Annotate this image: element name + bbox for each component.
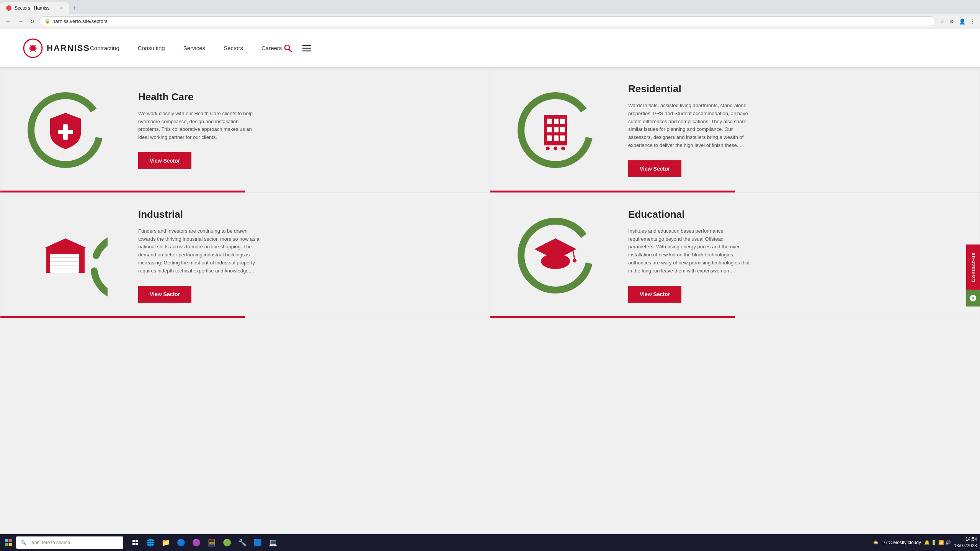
hamburger-menu-button[interactable]: [300, 42, 313, 54]
browser-menu-icon[interactable]: ⋮: [969, 17, 977, 26]
hamburger-icon: [302, 45, 311, 52]
site-header: HARNISS Contracting Consulting Services …: [0, 29, 980, 67]
svg-rect-20: [560, 135, 565, 141]
profile-icon[interactable]: 👤: [957, 17, 967, 26]
health-care-title: Health Care: [138, 91, 474, 103]
educational-view-button[interactable]: View Sector: [628, 286, 681, 303]
header-actions: [282, 42, 313, 54]
nav-bar: ← → ↻ 🔒 harniss.verto.site/sectors ☆ ⚙ 👤…: [0, 14, 980, 29]
health-care-view-button[interactable]: View Sector: [138, 152, 191, 169]
nav-sectors[interactable]: Sectors: [224, 45, 243, 51]
nav-contracting[interactable]: Contracting: [90, 45, 119, 51]
svg-rect-15: [547, 127, 552, 132]
residential-view-button[interactable]: View Sector: [628, 160, 681, 177]
svg-rect-16: [554, 127, 559, 132]
svg-rect-13: [554, 119, 559, 124]
educational-title: Educational: [628, 209, 964, 220]
lock-icon: 🔒: [45, 19, 50, 24]
svg-rect-17: [560, 127, 565, 132]
back-button[interactable]: ←: [3, 17, 13, 26]
svg-point-33: [541, 254, 570, 269]
svg-rect-19: [554, 135, 559, 141]
industrial-icon-area: [0, 193, 131, 318]
forward-button[interactable]: →: [15, 17, 25, 26]
educational-icon: [513, 214, 598, 298]
browser-chrome: Sectors | Harniss × + ← → ↻ 🔒 harniss.ve…: [0, 0, 980, 29]
educational-icon-area: [490, 193, 621, 318]
educational-description: Institues and education bases performanc…: [628, 227, 751, 275]
nav-consulting[interactable]: Consulting: [138, 45, 165, 51]
industrial-icon: [23, 214, 108, 298]
tab-bar: Sectors | Harniss × +: [0, 0, 980, 14]
industrial-description: Funders and investors are continuing to …: [138, 227, 261, 275]
refresh-button[interactable]: ↻: [28, 17, 37, 26]
svg-rect-9: [58, 130, 73, 134]
svg-point-35: [573, 259, 577, 262]
contact-sidebar: Contact-us: [966, 245, 980, 306]
svg-rect-12: [547, 119, 552, 124]
educational-content: Educational Institues and education base…: [621, 193, 980, 318]
website: HARNISS Contracting Consulting Services …: [0, 29, 980, 318]
industrial-content: Industrial Funders and investors are con…: [131, 193, 490, 318]
browser-actions: ☆ ⚙ 👤 ⋮: [938, 17, 977, 26]
search-icon: [284, 44, 292, 52]
nav-services[interactable]: Services: [183, 45, 206, 51]
industrial-view-button[interactable]: View Sector: [138, 286, 191, 303]
health-care-icon: [23, 88, 108, 172]
svg-rect-18: [547, 135, 552, 141]
nav-careers[interactable]: Careers: [261, 45, 282, 51]
logo-icon: [23, 38, 43, 58]
search-button[interactable]: [282, 42, 294, 54]
contact-social-icon[interactable]: [966, 290, 980, 306]
svg-rect-26: [50, 254, 79, 273]
logo-text: HARNISS: [47, 43, 90, 53]
svg-line-3: [289, 49, 291, 52]
svg-rect-14: [560, 119, 565, 124]
industrial-title: Industrial: [138, 209, 474, 220]
tab-favicon: [6, 5, 11, 11]
sector-card-industrial: Industrial Funders and investors are con…: [0, 193, 490, 318]
extensions-icon[interactable]: ⚙: [948, 17, 956, 26]
svg-marker-24: [44, 238, 87, 248]
residential-content: Residential Wardern flats, assisted livi…: [621, 68, 980, 192]
contact-us-tab[interactable]: Contact-us: [966, 245, 980, 290]
svg-point-22: [554, 147, 557, 150]
tab-close-button[interactable]: ×: [60, 5, 63, 11]
address-bar[interactable]: 🔒 harniss.verto.site/sectors: [39, 16, 936, 26]
health-care-icon-area: [0, 68, 131, 192]
health-care-content: Health Care We work closely with our Hea…: [131, 68, 490, 192]
sectors-grid: Health Care We work closely with our Hea…: [0, 67, 980, 318]
residential-icon: [513, 88, 598, 172]
active-tab[interactable]: Sectors | Harniss ×: [0, 2, 69, 14]
logo-link[interactable]: HARNISS: [23, 38, 90, 58]
svg-point-21: [546, 147, 550, 150]
sector-card-educational: Educational Institues and education base…: [490, 193, 980, 318]
svg-point-1: [31, 46, 35, 50]
sector-card-residential: Residential Wardern flats, assisted livi…: [490, 67, 980, 193]
new-tab-button[interactable]: +: [69, 3, 81, 14]
tab-title: Sectors | Harniss: [15, 5, 49, 11]
svg-line-34: [573, 249, 575, 259]
health-care-description: We work closely with our Health Care cli…: [138, 110, 261, 142]
residential-description: Wardern flats, assisted living apartment…: [628, 102, 751, 150]
main-content: Health Care We work closely with our Hea…: [0, 67, 980, 318]
sector-card-health-care: Health Care We work closely with our Hea…: [0, 67, 490, 193]
site-nav: Contracting Consulting Services Sectors …: [90, 45, 282, 52]
svg-point-23: [561, 147, 565, 150]
residential-icon-area: [490, 68, 621, 192]
residential-title: Residential: [628, 83, 964, 95]
address-text: harniss.verto.site/sectors: [52, 18, 108, 24]
bookmark-icon[interactable]: ☆: [938, 17, 946, 26]
